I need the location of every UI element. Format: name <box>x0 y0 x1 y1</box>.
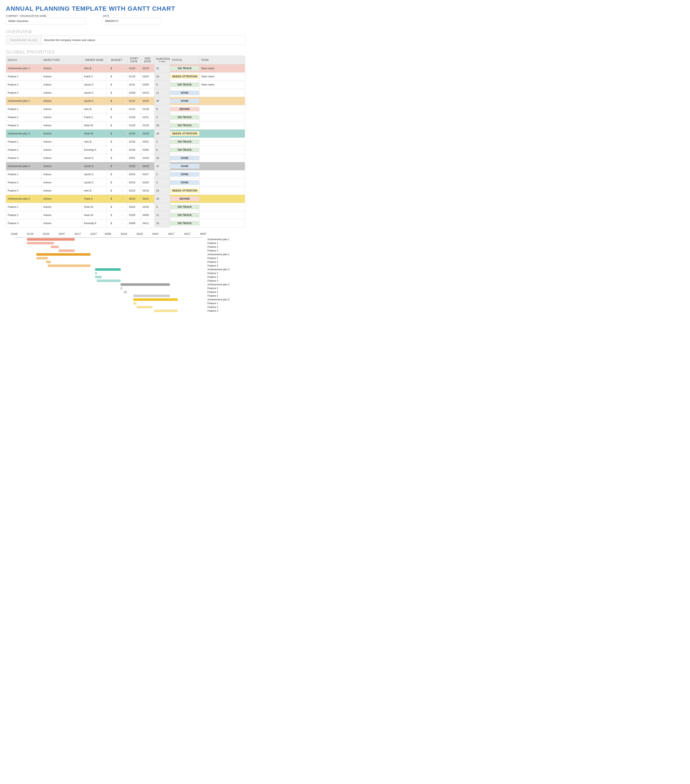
cell-team[interactable] <box>199 89 245 97</box>
cell-start[interactable]: 03/01 <box>127 154 141 162</box>
cell-team[interactable] <box>199 154 245 162</box>
table-row[interactable]: Feature 3ActionsKennedy K.$-04/0604/2116… <box>6 219 245 227</box>
cell-status[interactable]: ON TRACK <box>170 146 199 154</box>
cell-end[interactable]: 03/04 <box>141 146 155 154</box>
cell-start[interactable]: 04/06 <box>127 219 141 227</box>
cell-objective[interactable]: Actions <box>41 122 82 130</box>
cell-budget[interactable]: $- <box>106 72 127 81</box>
cell-status[interactable]: DONE <box>170 154 199 162</box>
cell-objective[interactable]: Actions <box>41 203 82 211</box>
cell-budget[interactable]: $- <box>106 113 127 122</box>
cell-status[interactable]: ON TRACK <box>170 211 199 219</box>
cell-start[interactable]: 03/24 <box>127 187 141 195</box>
cell-objective[interactable]: Actions <box>41 89 82 97</box>
gantt-bar[interactable] <box>133 295 170 297</box>
cell-owner[interactable]: Jacob S. <box>82 178 106 187</box>
cell-start[interactable]: 02/28 <box>127 130 141 138</box>
table-row[interactable]: Feature 2ActionsJacob S.$-01/3102/056ON … <box>6 81 245 89</box>
table-row[interactable]: Achievement plan 4ActionsJacob S.$-03/16… <box>6 162 245 170</box>
cell-start[interactable]: 02/05 <box>127 89 141 97</box>
cell-objective[interactable]: Actions <box>41 219 82 227</box>
cell-goal[interactable]: Achievement plan 2 <box>6 97 41 105</box>
cell-end[interactable]: 02/25 <box>141 122 155 130</box>
cell-goal[interactable]: Achievement plan 1 <box>6 64 41 72</box>
date-input[interactable]: MM/DD/YY <box>103 18 161 25</box>
cell-goal[interactable]: Feature 3 <box>6 122 41 130</box>
cell-owner[interactable]: Shari W. <box>82 122 106 130</box>
cell-goal[interactable]: Feature 2 <box>6 113 41 122</box>
cell-goal[interactable]: Feature 2 <box>6 178 41 187</box>
gantt-bar[interactable] <box>97 280 121 282</box>
cell-owner[interactable]: Jacob S. <box>82 162 106 170</box>
cell-budget[interactable]: $- <box>106 211 127 219</box>
cell-owner[interactable]: Kennedy K. <box>82 219 106 227</box>
cell-objective[interactable]: Actions <box>41 64 82 72</box>
cell-goal[interactable]: Achievement plan 3 <box>6 130 41 138</box>
cell-status[interactable]: DONE <box>170 170 199 178</box>
cell-owner[interactable]: Jacob S. <box>82 154 106 162</box>
cell-team[interactable]: Team name <box>199 81 245 89</box>
cell-owner[interactable]: Kennedy K. <box>82 146 106 154</box>
cell-status[interactable]: ON TRACK <box>170 138 199 146</box>
cell-budget[interactable]: $- <box>106 89 127 97</box>
gantt-bar[interactable] <box>36 257 48 259</box>
cell-budget[interactable]: $- <box>106 195 127 203</box>
cell-start[interactable]: 01/29 <box>127 122 141 130</box>
table-row[interactable]: Feature 1ActionsJacob S.$-03/1603/172DON… <box>6 170 245 178</box>
cell-owner[interactable]: Shari W. <box>82 203 106 211</box>
cell-start[interactable]: 01/16 <box>127 72 141 81</box>
cell-status[interactable]: ON TRACK <box>170 219 199 227</box>
cell-end[interactable]: 02/15 <box>141 89 155 97</box>
cell-start[interactable]: 01/22 <box>127 105 141 113</box>
cell-owner[interactable]: Alex B. <box>82 64 106 72</box>
cell-owner[interactable]: Frank C. <box>82 195 106 203</box>
cell-end[interactable]: 03/17 <box>141 170 155 178</box>
cell-status[interactable]: DONE <box>170 178 199 187</box>
gantt-bar[interactable] <box>51 245 59 248</box>
cell-goal[interactable]: Feature 3 <box>6 187 41 195</box>
cell-status[interactable]: NEEDS ATTENTION <box>170 72 199 81</box>
gantt-bar[interactable] <box>95 268 121 271</box>
cell-goal[interactable]: Feature 1 <box>6 72 41 81</box>
cell-objective[interactable]: Actions <box>41 130 82 138</box>
cell-team[interactable] <box>199 187 245 195</box>
cell-team[interactable] <box>199 211 245 219</box>
gantt-bar[interactable] <box>137 306 152 308</box>
cell-team[interactable] <box>199 146 245 154</box>
cell-team[interactable] <box>199 113 245 122</box>
cell-budget[interactable]: $- <box>106 146 127 154</box>
cell-owner[interactable]: Alex B. <box>82 138 106 146</box>
cell-objective[interactable]: Actions <box>41 146 82 154</box>
table-row[interactable]: Feature 3ActionsJacob S.$-02/0502/1511DO… <box>6 89 245 97</box>
cell-goal[interactable]: Feature 3 <box>6 154 41 162</box>
cell-objective[interactable]: Actions <box>41 162 82 170</box>
gantt-bar[interactable] <box>154 310 178 312</box>
table-row[interactable]: Feature 2ActionsShari W.$-03/2604/0511ON… <box>6 211 245 219</box>
cell-end[interactable]: 02/25 <box>141 97 155 105</box>
cell-owner[interactable]: Jacob S. <box>82 89 106 97</box>
cell-objective[interactable]: Actions <box>41 178 82 187</box>
cell-start[interactable]: 01/31 <box>127 81 141 89</box>
cell-start[interactable]: 03/26 <box>127 211 141 219</box>
cell-budget[interactable]: $- <box>106 81 127 89</box>
cell-owner[interactable]: Jacob S. <box>82 97 106 105</box>
cell-team[interactable] <box>199 138 245 146</box>
table-row[interactable]: Feature 3ActionsShari W.$-01/2902/2528ON… <box>6 122 245 130</box>
cell-goal[interactable]: Achievement plan 4 <box>6 162 41 170</box>
cell-goal[interactable]: Feature 1 <box>6 203 41 211</box>
gantt-bar[interactable] <box>133 298 178 301</box>
cell-end[interactable]: 01/29 <box>141 105 155 113</box>
table-row[interactable]: Feature 1ActionsAlex B.$-01/2201/298BEHI… <box>6 105 245 113</box>
cell-start[interactable]: 01/16 <box>127 64 141 72</box>
cell-team[interactable] <box>199 195 245 203</box>
company-input[interactable]: Weller Industries <box>6 18 85 25</box>
cell-goal[interactable]: Feature 3 <box>6 89 41 97</box>
cell-goal[interactable]: Achievement plan 5 <box>6 195 41 203</box>
cell-start[interactable]: 02/28 <box>127 138 141 146</box>
cell-owner[interactable]: Alex B. <box>82 187 106 195</box>
table-row[interactable]: Feature 2ActionsJacob S.$-03/1803/203DON… <box>6 178 245 187</box>
gantt-bar[interactable] <box>48 265 91 267</box>
gantt-bar[interactable] <box>121 283 170 286</box>
gantt-bar[interactable] <box>27 242 54 244</box>
cell-budget[interactable]: $- <box>106 97 127 105</box>
